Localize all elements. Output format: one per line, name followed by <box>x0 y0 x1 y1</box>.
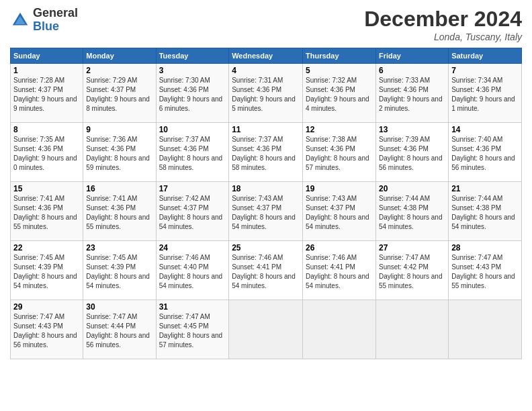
day-info: Sunrise: 7:44 AM Sunset: 4:38 PM Dayligh… <box>451 194 519 232</box>
day-number: 27 <box>379 243 445 253</box>
table-row: 7Sunrise: 7:34 AM Sunset: 4:36 PM Daylig… <box>449 64 522 123</box>
table-row: 17Sunrise: 7:42 AM Sunset: 4:37 PM Dayli… <box>156 182 229 241</box>
calendar-week-row: 15Sunrise: 7:41 AM Sunset: 4:36 PM Dayli… <box>11 182 522 241</box>
page-container: General Blue December 2024 Londa, Tuscan… <box>0 0 532 411</box>
table-row: 2Sunrise: 7:29 AM Sunset: 4:37 PM Daylig… <box>83 64 156 123</box>
table-row: 22Sunrise: 7:45 AM Sunset: 4:39 PM Dayli… <box>11 241 83 300</box>
day-number: 30 <box>86 302 152 312</box>
day-info: Sunrise: 7:36 AM Sunset: 4:36 PM Dayligh… <box>86 135 152 173</box>
table-row: 5Sunrise: 7:32 AM Sunset: 4:36 PM Daylig… <box>303 64 376 123</box>
table-row: 8Sunrise: 7:35 AM Sunset: 4:36 PM Daylig… <box>11 123 83 182</box>
day-number: 29 <box>13 302 80 312</box>
page-header: General Blue December 2024 Londa, Tuscan… <box>10 7 522 42</box>
day-info: Sunrise: 7:41 AM Sunset: 4:36 PM Dayligh… <box>86 194 152 232</box>
day-number: 11 <box>232 125 300 134</box>
day-info: Sunrise: 7:47 AM Sunset: 4:43 PM Dayligh… <box>451 253 519 291</box>
day-info: Sunrise: 7:30 AM Sunset: 4:36 PM Dayligh… <box>159 76 226 113</box>
logo: General Blue <box>10 7 78 34</box>
calendar-week-row: 22Sunrise: 7:45 AM Sunset: 4:39 PM Dayli… <box>11 241 522 300</box>
day-number: 23 <box>86 243 152 253</box>
day-info: Sunrise: 7:47 AM Sunset: 4:43 PM Dayligh… <box>13 312 80 350</box>
day-info: Sunrise: 7:46 AM Sunset: 4:40 PM Dayligh… <box>159 253 226 291</box>
day-info: Sunrise: 7:41 AM Sunset: 4:36 PM Dayligh… <box>13 194 80 232</box>
col-saturday: Saturday <box>449 48 522 64</box>
table-row: 20Sunrise: 7:44 AM Sunset: 4:38 PM Dayli… <box>375 182 448 241</box>
day-number: 5 <box>306 66 373 75</box>
day-info: Sunrise: 7:33 AM Sunset: 4:36 PM Dayligh… <box>379 76 445 113</box>
day-info: Sunrise: 7:40 AM Sunset: 4:36 PM Dayligh… <box>451 135 519 173</box>
day-info: Sunrise: 7:47 AM Sunset: 4:44 PM Dayligh… <box>86 312 152 350</box>
table-row: 26Sunrise: 7:46 AM Sunset: 4:41 PM Dayli… <box>303 241 376 300</box>
table-row: 14Sunrise: 7:40 AM Sunset: 4:36 PM Dayli… <box>449 123 522 182</box>
day-info: Sunrise: 7:29 AM Sunset: 4:37 PM Dayligh… <box>86 76 152 113</box>
logo-icon <box>10 10 30 30</box>
logo-blue: Blue <box>33 20 78 34</box>
table-row: 16Sunrise: 7:41 AM Sunset: 4:36 PM Dayli… <box>83 182 156 241</box>
day-number: 2 <box>86 66 152 75</box>
day-info: Sunrise: 7:37 AM Sunset: 4:36 PM Dayligh… <box>232 135 300 173</box>
table-row: 10Sunrise: 7:37 AM Sunset: 4:36 PM Dayli… <box>156 123 229 182</box>
day-info: Sunrise: 7:38 AM Sunset: 4:36 PM Dayligh… <box>306 135 373 173</box>
calendar-week-row: 29Sunrise: 7:47 AM Sunset: 4:43 PM Dayli… <box>11 300 522 359</box>
table-row: 13Sunrise: 7:39 AM Sunset: 4:36 PM Dayli… <box>375 123 448 182</box>
day-number: 22 <box>13 243 80 253</box>
table-row: 15Sunrise: 7:41 AM Sunset: 4:36 PM Dayli… <box>11 182 83 241</box>
day-number: 20 <box>379 184 445 193</box>
calendar-week-row: 1Sunrise: 7:28 AM Sunset: 4:37 PM Daylig… <box>11 64 522 123</box>
calendar-table: Sunday Monday Tuesday Wednesday Thursday… <box>10 48 522 359</box>
table-row: 9Sunrise: 7:36 AM Sunset: 4:36 PM Daylig… <box>83 123 156 182</box>
day-number: 15 <box>13 184 80 193</box>
day-info: Sunrise: 7:47 AM Sunset: 4:42 PM Dayligh… <box>379 253 445 291</box>
table-row <box>303 300 376 359</box>
table-row: 3Sunrise: 7:30 AM Sunset: 4:36 PM Daylig… <box>156 64 229 123</box>
table-row: 28Sunrise: 7:47 AM Sunset: 4:43 PM Dayli… <box>449 241 522 300</box>
day-number: 12 <box>306 125 373 134</box>
logo-general: General <box>33 7 78 20</box>
table-row: 23Sunrise: 7:45 AM Sunset: 4:39 PM Dayli… <box>83 241 156 300</box>
day-number: 31 <box>159 302 226 312</box>
day-info: Sunrise: 7:46 AM Sunset: 4:41 PM Dayligh… <box>232 253 300 291</box>
col-thursday: Thursday <box>303 48 376 64</box>
day-number: 28 <box>451 243 519 253</box>
day-number: 25 <box>232 243 300 253</box>
calendar-week-row: 8Sunrise: 7:35 AM Sunset: 4:36 PM Daylig… <box>11 123 522 182</box>
table-row: 21Sunrise: 7:44 AM Sunset: 4:38 PM Dayli… <box>449 182 522 241</box>
title-section: December 2024 Londa, Tuscany, Italy <box>364 7 522 42</box>
day-info: Sunrise: 7:43 AM Sunset: 4:37 PM Dayligh… <box>306 194 373 232</box>
day-number: 24 <box>159 243 226 253</box>
day-info: Sunrise: 7:32 AM Sunset: 4:36 PM Dayligh… <box>306 76 373 113</box>
table-row: 27Sunrise: 7:47 AM Sunset: 4:42 PM Dayli… <box>375 241 448 300</box>
table-row: 4Sunrise: 7:31 AM Sunset: 4:36 PM Daylig… <box>229 64 303 123</box>
location: Londa, Tuscany, Italy <box>364 32 522 42</box>
day-info: Sunrise: 7:43 AM Sunset: 4:37 PM Dayligh… <box>232 194 300 232</box>
day-info: Sunrise: 7:46 AM Sunset: 4:41 PM Dayligh… <box>306 253 373 291</box>
col-friday: Friday <box>375 48 448 64</box>
table-row <box>229 300 303 359</box>
day-number: 10 <box>159 125 226 134</box>
month-title: December 2024 <box>364 7 522 32</box>
table-row: 19Sunrise: 7:43 AM Sunset: 4:37 PM Dayli… <box>303 182 376 241</box>
day-number: 4 <box>232 66 300 75</box>
day-number: 26 <box>306 243 373 253</box>
day-info: Sunrise: 7:31 AM Sunset: 4:36 PM Dayligh… <box>232 76 300 113</box>
table-row <box>375 300 448 359</box>
day-info: Sunrise: 7:34 AM Sunset: 4:36 PM Dayligh… <box>451 76 519 113</box>
day-info: Sunrise: 7:28 AM Sunset: 4:37 PM Dayligh… <box>13 76 80 113</box>
day-number: 9 <box>86 125 152 134</box>
table-row: 29Sunrise: 7:47 AM Sunset: 4:43 PM Dayli… <box>11 300 83 359</box>
day-info: Sunrise: 7:39 AM Sunset: 4:36 PM Dayligh… <box>379 135 445 173</box>
day-number: 13 <box>379 125 445 134</box>
day-number: 8 <box>13 125 80 134</box>
day-number: 14 <box>451 125 519 134</box>
day-info: Sunrise: 7:45 AM Sunset: 4:39 PM Dayligh… <box>13 253 80 291</box>
table-row: 6Sunrise: 7:33 AM Sunset: 4:36 PM Daylig… <box>375 64 448 123</box>
col-sunday: Sunday <box>11 48 83 64</box>
col-tuesday: Tuesday <box>156 48 229 64</box>
table-row: 11Sunrise: 7:37 AM Sunset: 4:36 PM Dayli… <box>229 123 303 182</box>
day-info: Sunrise: 7:37 AM Sunset: 4:36 PM Dayligh… <box>159 135 226 173</box>
day-number: 7 <box>451 66 519 75</box>
day-number: 21 <box>451 184 519 193</box>
table-row: 12Sunrise: 7:38 AM Sunset: 4:36 PM Dayli… <box>303 123 376 182</box>
day-info: Sunrise: 7:45 AM Sunset: 4:39 PM Dayligh… <box>86 253 152 291</box>
table-row <box>449 300 522 359</box>
